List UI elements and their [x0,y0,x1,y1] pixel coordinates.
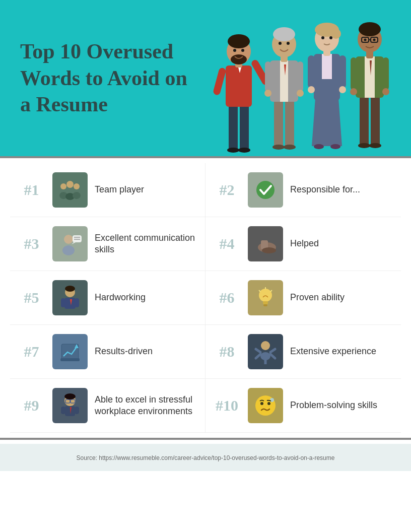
svg-point-72 [62,245,75,255]
svg-point-17 [284,145,296,150]
svg-rect-107 [65,406,75,416]
item-label: Helped [290,238,319,249]
svg-rect-45 [360,96,369,146]
rank-number: #9 [18,397,45,414]
svg-rect-52 [351,57,357,90]
rank-number: #7 [18,343,45,360]
item-label: Able to excel in stressful workplace env… [95,394,197,418]
svg-line-99 [270,349,275,352]
svg-rect-46 [371,96,380,146]
footer-source: Source: https://www.resumeble.com/career… [77,454,335,461]
list-item: #4 Helped [206,217,401,271]
svg-point-3 [238,148,250,153]
svg-point-43 [321,36,324,39]
svg-point-85 [65,286,75,292]
svg-marker-74 [72,242,76,244]
svg-point-96 [261,341,270,350]
bottom-divider [0,438,411,440]
svg-rect-34 [322,54,332,79]
svg-point-55 [382,88,389,95]
svg-line-91 [259,290,260,292]
svg-marker-30 [312,98,342,146]
main-content: #1 Team player #2 [0,158,411,438]
item-icon [248,388,283,423]
svg-point-11 [231,54,247,64]
svg-point-38 [339,86,346,93]
item-icon [248,226,283,261]
svg-rect-4 [226,65,252,107]
list-item: #9 [10,379,206,433]
item-icon [248,280,283,315]
svg-rect-109 [61,407,65,414]
list-item: #7 Results-driven [10,325,206,379]
item-icon [52,388,88,423]
svg-line-90 [270,290,272,292]
svg-point-115 [270,398,274,402]
item-icon [52,172,88,208]
svg-point-13 [241,49,244,52]
header-illustration [210,10,401,156]
svg-rect-88 [263,304,267,306]
rank-number: #3 [18,235,45,252]
svg-line-100 [256,354,260,358]
list-item: #8 Extensive experience [206,325,401,379]
item-label: Hardworking [95,292,146,303]
header-section: Top 10 Overused Words to Avoid on a Resu… [0,0,411,156]
svg-rect-22 [297,61,303,92]
svg-point-42 [331,29,341,39]
svg-point-113 [260,402,263,405]
svg-point-79 [262,247,276,253]
list-item: #1 Team player [10,163,206,217]
svg-point-114 [267,402,270,405]
svg-point-64 [60,183,66,189]
svg-point-111 [64,393,76,400]
svg-rect-53 [383,57,389,90]
item-label: Team player [95,184,144,195]
svg-point-69 [73,192,81,199]
svg-rect-95 [60,358,80,361]
item-icon [52,334,88,369]
svg-rect-81 [64,298,76,309]
svg-point-29 [287,42,290,45]
items-grid: #1 Team player #2 [10,163,401,433]
svg-point-37 [308,86,315,93]
item-icon [248,334,283,369]
svg-point-62 [364,39,367,41]
svg-rect-15 [285,100,294,148]
svg-rect-0 [229,105,238,150]
svg-point-10 [228,34,250,48]
svg-rect-35 [308,55,315,88]
svg-rect-83 [61,298,65,307]
svg-point-24 [297,90,304,97]
rank-number: #6 [213,289,241,306]
svg-point-65 [66,181,74,188]
rank-number: #10 [213,397,241,414]
svg-rect-14 [274,100,283,148]
svg-point-44 [329,36,332,39]
svg-point-71 [64,235,73,244]
svg-rect-110 [75,407,79,414]
svg-rect-19 [280,60,288,102]
item-label: Proven ability [290,292,345,303]
svg-point-54 [350,88,357,95]
svg-point-70 [256,181,275,199]
list-item: #2 Responsible for... [206,163,401,217]
svg-point-23 [264,90,271,97]
svg-point-2 [227,148,239,153]
svg-rect-36 [339,55,346,88]
rank-number: #2 [213,181,241,198]
svg-rect-84 [75,298,79,307]
rank-number: #5 [18,289,45,306]
svg-point-32 [330,144,340,149]
item-label: Results-driven [95,346,153,357]
svg-rect-87 [263,301,268,304]
rank-number: #8 [213,343,241,360]
svg-point-58 [359,22,381,36]
item-icon [52,280,88,315]
item-icon [248,172,283,208]
svg-point-31 [314,144,324,149]
header-title: Top 10 Overused Words to Avoid on a Resu… [20,38,191,118]
footer-section: Source: https://www.resumeble.com/career… [0,444,411,471]
svg-point-16 [272,145,285,150]
rank-number: #1 [18,181,45,198]
